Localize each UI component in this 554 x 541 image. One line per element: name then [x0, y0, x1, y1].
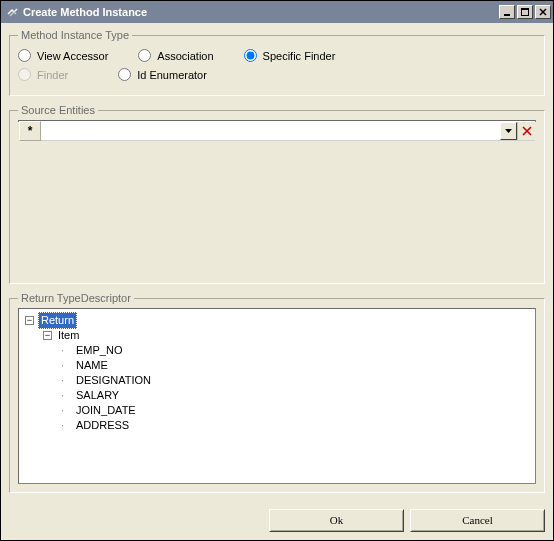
radio-id-enumerator-label: Id Enumerator: [137, 69, 207, 81]
radio-specific-finder[interactable]: Specific Finder: [244, 49, 336, 62]
radio-association-label: Association: [157, 50, 213, 62]
combo-dropdown-button[interactable]: [500, 122, 517, 140]
source-entities-grid[interactable]: *: [18, 120, 536, 122]
radio-specific-finder-label: Specific Finder: [263, 50, 336, 62]
svg-rect-2: [521, 8, 529, 10]
radio-finder: Finder: [18, 68, 68, 81]
ok-button[interactable]: Ok: [269, 509, 404, 532]
svg-rect-0: [504, 14, 510, 16]
radio-view-accessor-label: View Accessor: [37, 50, 108, 62]
radio-id-enumerator-input[interactable]: [118, 68, 131, 81]
app-icon: [5, 5, 19, 19]
tree-node-item-label: Item: [56, 328, 81, 343]
tree-node-field[interactable]: ·JOIN_DATE: [25, 403, 529, 418]
delete-row-button[interactable]: [517, 122, 535, 140]
radio-view-accessor-input[interactable]: [18, 49, 31, 62]
method-instance-type-group: Method Instance Type View Accessor Assoc…: [9, 29, 545, 96]
leaf-connector-icon: ·: [61, 343, 70, 358]
source-entity-combo[interactable]: [41, 121, 500, 140]
leaf-connector-icon: ·: [61, 373, 70, 388]
window-title: Create Method Instance: [23, 6, 497, 18]
radio-id-enumerator[interactable]: Id Enumerator: [118, 68, 207, 81]
tree-node-field[interactable]: ·NAME: [25, 358, 529, 373]
source-entities-group: Source Entities *: [9, 104, 545, 284]
tree-node-field[interactable]: ·ADDRESS: [25, 418, 529, 433]
tree-node-field-label: NAME: [74, 358, 110, 373]
tree-node-field-label: ADDRESS: [74, 418, 131, 433]
tree-node-return[interactable]: − Return: [25, 313, 529, 328]
grid-row-header: *: [19, 121, 41, 141]
tree-node-field[interactable]: ·SALARY: [25, 388, 529, 403]
radio-association[interactable]: Association: [138, 49, 213, 62]
leaf-connector-icon: ·: [61, 418, 70, 433]
tree-node-field-label: JOIN_DATE: [74, 403, 138, 418]
radio-finder-input: [18, 68, 31, 81]
radio-association-input[interactable]: [138, 49, 151, 62]
radio-specific-finder-input[interactable]: [244, 49, 257, 62]
expander-icon[interactable]: −: [43, 331, 52, 340]
grid-new-row[interactable]: *: [19, 121, 535, 141]
minimize-button[interactable]: [499, 5, 515, 19]
titlebar: Create Method Instance: [1, 1, 553, 23]
tree-node-return-label: Return: [38, 312, 77, 329]
radio-view-accessor[interactable]: View Accessor: [18, 49, 108, 62]
maximize-button[interactable]: [517, 5, 533, 19]
radio-finder-label: Finder: [37, 69, 68, 81]
tree-node-item[interactable]: − Item: [25, 328, 529, 343]
return-typedescriptor-group: Return TypeDescriptor − Return − Item ·E…: [9, 292, 545, 493]
leaf-connector-icon: ·: [61, 388, 70, 403]
close-button[interactable]: [535, 5, 551, 19]
tree-node-field-label: DESIGNATION: [74, 373, 153, 388]
return-type-tree[interactable]: − Return − Item ·EMP_NO ·NAME ·DESIGNATI…: [18, 308, 536, 484]
leaf-connector-icon: ·: [61, 358, 70, 373]
cancel-button[interactable]: Cancel: [410, 509, 545, 532]
return-typedescriptor-legend: Return TypeDescriptor: [18, 292, 134, 304]
tree-node-field[interactable]: ·EMP_NO: [25, 343, 529, 358]
leaf-connector-icon: ·: [61, 403, 70, 418]
expander-icon[interactable]: −: [25, 316, 34, 325]
tree-node-field[interactable]: ·DESIGNATION: [25, 373, 529, 388]
method-instance-type-legend: Method Instance Type: [18, 29, 132, 41]
tree-node-field-label: SALARY: [74, 388, 121, 403]
tree-node-field-label: EMP_NO: [74, 343, 124, 358]
source-entities-legend: Source Entities: [18, 104, 98, 116]
